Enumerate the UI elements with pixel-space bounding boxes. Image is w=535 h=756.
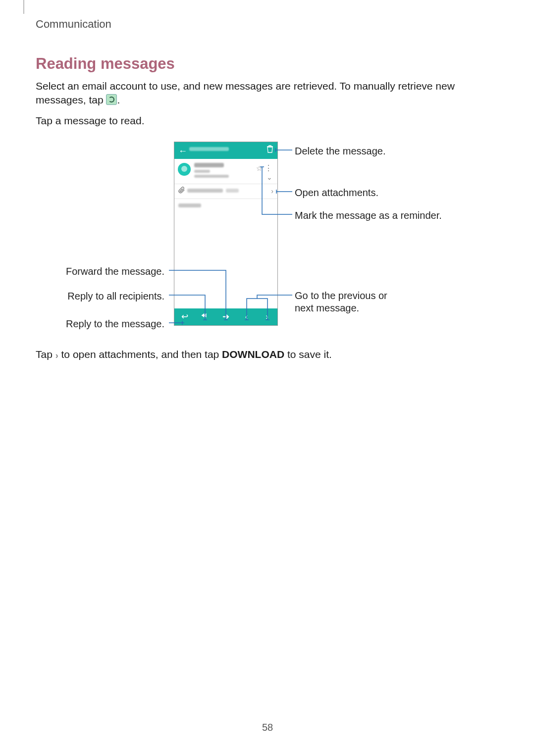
callout-reply-all: Reply to all recipients.: [35, 290, 164, 303]
paragraph-3c: to save it.: [284, 349, 332, 360]
paragraph-1a: Select an email account to use, and new …: [36, 80, 455, 105]
section-title: Reading messages: [36, 53, 175, 74]
callout-delete: Delete the message.: [295, 145, 385, 158]
callout-open-attachments: Open attachments.: [295, 186, 378, 200]
callout-prev-next: Go to the previous or next message.: [295, 290, 394, 314]
paragraph-3-bold: DOWNLOAD: [222, 349, 284, 360]
paragraph-1b: .: [117, 94, 120, 105]
callout-reply: Reply to the message.: [35, 317, 164, 331]
paragraph-3: Tap › to open attachments, and then tap …: [36, 348, 491, 361]
callout-forward: Forward the message.: [35, 265, 164, 278]
page-header: Communication: [36, 17, 111, 32]
paragraph-3b: to open attachments, and then tap: [58, 349, 222, 360]
page-number: 58: [0, 721, 535, 734]
figure-email-detail: ← ☆ ⋮ ⌄ ›: [35, 138, 500, 336]
refresh-icon: [106, 94, 117, 105]
margin-tick: [23, 0, 24, 14]
paragraph-3a: Tap: [36, 349, 55, 360]
callout-lines: [35, 138, 500, 336]
callout-mark-reminder: Mark the message as a reminder.: [295, 209, 442, 222]
paragraph-2: Tap a message to read.: [36, 114, 491, 128]
paragraph-1: Select an email account to use, and new …: [36, 79, 491, 107]
